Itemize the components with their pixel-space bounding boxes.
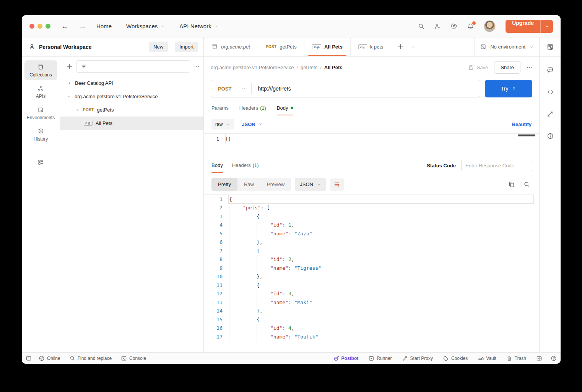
grid-plus-icon bbox=[37, 159, 44, 165]
close-window-icon[interactable] bbox=[29, 24, 34, 29]
sidebar-item-apis[interactable]: APIs bbox=[24, 82, 57, 102]
tab-org-acme-pet[interactable]: org.acme.pet bbox=[204, 37, 258, 56]
left-rail: CollectionsAPIsEnvironmentsHistory bbox=[22, 57, 60, 352]
rail-more-button[interactable] bbox=[24, 156, 57, 168]
editor-scrollbar[interactable] bbox=[518, 134, 535, 136]
back-icon[interactable]: ← bbox=[61, 22, 69, 31]
try-button[interactable]: Try bbox=[485, 80, 532, 97]
pull-icon[interactable] bbox=[547, 111, 553, 117]
breadcrumb-separator: / bbox=[320, 65, 322, 70]
new-tab-icon[interactable] bbox=[397, 44, 404, 50]
statusbar-vault[interactable]: Vault bbox=[478, 355, 496, 361]
statusbar-find-and-replace[interactable]: Find and replace bbox=[70, 355, 112, 361]
indent-guide bbox=[229, 307, 243, 316]
tree-item-label: org.acme.petstore.v1.PetstoreService bbox=[75, 94, 158, 99]
statusbar-runner[interactable]: Runner bbox=[368, 355, 392, 361]
upgrade-button[interactable]: Upgrade bbox=[506, 20, 553, 33]
statusbar-postbot[interactable]: Postbot bbox=[333, 355, 359, 361]
tab-k-pets[interactable]: e.g.k pets bbox=[351, 37, 392, 56]
response-tab-body[interactable]: Body bbox=[211, 162, 223, 173]
new-button[interactable]: New bbox=[149, 42, 168, 52]
statusbar-cookies[interactable]: Cookies bbox=[443, 355, 468, 361]
more-actions-icon[interactable] bbox=[527, 65, 532, 70]
tree-item-org-acme-petstore-v1-petstoreservice[interactable]: org.acme.petstore.v1.PetstoreService bbox=[60, 90, 203, 103]
line-number: 1 bbox=[204, 195, 228, 204]
chevron-down-icon[interactable] bbox=[67, 94, 72, 99]
tree-item-all-pets[interactable]: e.g.All Pets bbox=[60, 117, 203, 130]
wrap-lines-icon bbox=[334, 181, 340, 188]
share-button[interactable]: Share bbox=[494, 61, 520, 74]
request-tab-body[interactable]: Body bbox=[277, 105, 294, 115]
statusbar-console[interactable]: Console bbox=[121, 355, 146, 361]
split-panes-icon[interactable] bbox=[536, 355, 542, 361]
copy-icon[interactable] bbox=[508, 181, 515, 188]
wrap-lines-button[interactable] bbox=[330, 178, 344, 191]
add-collection-icon[interactable] bbox=[66, 63, 73, 70]
help-icon[interactable] bbox=[551, 355, 557, 361]
response-language-selector[interactable]: JSON bbox=[295, 178, 326, 191]
search-icon[interactable] bbox=[418, 23, 424, 29]
breadcrumb-part[interactable]: getPets bbox=[301, 65, 317, 70]
nav-api-network[interactable]: API Network bbox=[179, 23, 218, 29]
example-badge: e.g. bbox=[358, 44, 367, 49]
body-type-selector[interactable]: raw bbox=[211, 119, 234, 130]
body-language-selector[interactable]: JSON bbox=[242, 121, 262, 127]
sidebar-item-history[interactable]: History bbox=[24, 125, 57, 144]
workspace-title[interactable]: Personal Workspace bbox=[39, 44, 91, 50]
request-tab-params[interactable]: Params bbox=[211, 105, 229, 115]
comment-icon[interactable] bbox=[547, 66, 554, 73]
request-tab-headers[interactable]: Headers(1) bbox=[239, 105, 266, 115]
minimize-window-icon[interactable] bbox=[37, 24, 42, 29]
code-icon[interactable] bbox=[547, 89, 554, 96]
nav-workspaces[interactable]: Workspaces bbox=[126, 23, 165, 29]
more-options-icon[interactable] bbox=[194, 64, 200, 70]
beautify-button[interactable]: Beautify bbox=[512, 121, 532, 127]
notifications-bell-icon[interactable] bbox=[467, 23, 474, 29]
status-code-input[interactable] bbox=[461, 160, 532, 171]
method-selector[interactable]: POST bbox=[211, 86, 251, 92]
nav-home[interactable]: Home bbox=[96, 23, 112, 29]
breadcrumb[interactable]: org.acme.petstore.v1.PetstoreService/get… bbox=[211, 65, 343, 70]
breadcrumb-part[interactable]: All Pets bbox=[324, 65, 343, 70]
info-icon[interactable] bbox=[547, 133, 554, 139]
console-icon bbox=[121, 355, 127, 361]
view-raw[interactable]: Raw bbox=[237, 178, 260, 191]
request-body-editor[interactable]: 1 {} bbox=[204, 133, 539, 154]
toggle-sidebar-icon[interactable] bbox=[26, 355, 32, 361]
environment-selector[interactable]: No environment bbox=[474, 37, 539, 56]
tab-label: getPets bbox=[280, 44, 296, 50]
upgrade-chevron-icon[interactable] bbox=[540, 20, 553, 33]
environment-quick-look-icon[interactable] bbox=[546, 43, 554, 50]
save-button[interactable]: Save bbox=[468, 65, 488, 71]
tab-list-chevron-icon[interactable] bbox=[411, 45, 415, 49]
forward-icon[interactable]: → bbox=[79, 22, 86, 31]
settings-gear-icon[interactable] bbox=[451, 23, 457, 29]
trash-icon bbox=[506, 355, 512, 361]
response-tabs: BodyHeaders(1) bbox=[211, 162, 259, 173]
statusbar-start-proxy[interactable]: Start Proxy bbox=[402, 355, 433, 361]
invite-user-icon[interactable] bbox=[434, 23, 441, 29]
breadcrumb-part[interactable]: org.acme.petstore.v1.PetstoreService bbox=[211, 65, 294, 70]
tab-all-pets[interactable]: e.g.All Pets bbox=[304, 37, 350, 56]
statusbar-online[interactable]: Online bbox=[39, 355, 60, 361]
url-input[interactable]: http:///getPets bbox=[258, 86, 291, 92]
response-tab-headers[interactable]: Headers(1) bbox=[232, 162, 259, 173]
tab-getpets[interactable]: POSTgetPets bbox=[258, 37, 305, 56]
tab-actions bbox=[391, 37, 421, 56]
chevron-down-icon[interactable] bbox=[75, 108, 80, 112]
view-preview[interactable]: Preview bbox=[260, 178, 291, 191]
zoom-window-icon[interactable] bbox=[46, 24, 50, 29]
search-response-icon[interactable] bbox=[523, 181, 530, 188]
chevron-right-icon[interactable] bbox=[67, 81, 72, 86]
avatar[interactable] bbox=[484, 20, 496, 32]
sidebar-item-collections[interactable]: Collections bbox=[24, 60, 57, 80]
view-pretty[interactable]: Pretty bbox=[211, 178, 237, 191]
tree-item-beer-catalog-api[interactable]: Beer Catalog API bbox=[60, 76, 203, 90]
sidebar-item-environments[interactable]: Environments bbox=[24, 103, 57, 123]
response-body-editor[interactable]: 1{2"pets": [3{4"id": 1,5"name": "Zaza"6}… bbox=[204, 194, 534, 352]
tree-item-getpets[interactable]: POSTgetPets bbox=[60, 103, 203, 117]
filter-input[interactable] bbox=[76, 60, 190, 73]
workspace-user-icon bbox=[29, 44, 35, 50]
import-button[interactable]: Import bbox=[175, 42, 198, 52]
statusbar-trash[interactable]: Trash bbox=[506, 355, 526, 361]
